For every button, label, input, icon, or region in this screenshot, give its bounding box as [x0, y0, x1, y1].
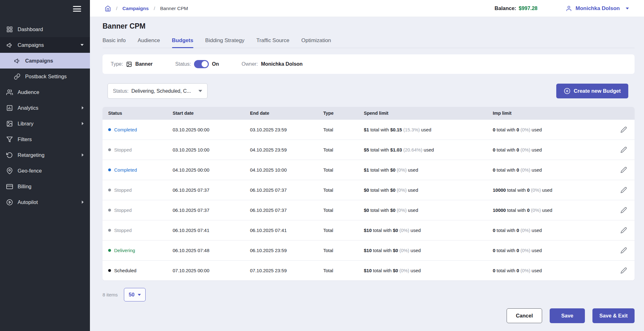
start-date-cell: 03.10.2025 10:00: [173, 147, 250, 152]
edit-budget-icon[interactable]: [619, 145, 628, 154]
tab-optimization[interactable]: Optimization: [301, 37, 331, 48]
status-dot-icon: [108, 148, 111, 151]
status-label[interactable]: Stopped: [114, 187, 132, 193]
status-cell: Stopped: [108, 207, 173, 213]
edit-budget-icon[interactable]: [619, 226, 628, 235]
status-label[interactable]: Scheduled: [114, 268, 136, 273]
imp-limit-cell: 0total with0(0%)used: [493, 127, 613, 132]
sidebar-item-filters[interactable]: Filters: [0, 131, 90, 147]
sidebar-item-library[interactable]: Library: [0, 116, 90, 131]
map-pin-icon: [6, 168, 13, 174]
chevron-right-icon: [82, 153, 84, 157]
type-cell: Total: [323, 147, 364, 152]
home-icon[interactable]: [105, 5, 111, 12]
create-new-budget-label: Create new Budget: [574, 88, 621, 94]
sidebar-item-analytics[interactable]: Analytics: [0, 100, 90, 116]
plus-circle-icon: [564, 88, 570, 94]
create-new-budget-button[interactable]: Create new Budget: [556, 84, 628, 98]
sidebar-header: [0, 0, 90, 18]
balance-label: Balance:: [495, 5, 516, 11]
sidebar-label: Campaigns: [25, 58, 53, 64]
type-cell: Total: [323, 187, 364, 193]
start-date-cell: 03.10.2025 00:00: [173, 127, 250, 132]
end-date-cell: 04.10.2025 23:59: [250, 147, 323, 152]
status-label[interactable]: Stopped: [114, 207, 132, 213]
tab-budgets[interactable]: Budgets: [172, 37, 193, 48]
tab-basic-info[interactable]: Basic info: [103, 37, 126, 48]
chevron-down-icon: [138, 294, 141, 296]
sidebar-item-billing[interactable]: Billing: [0, 179, 90, 194]
link-icon: [14, 73, 20, 80]
tab-traffic-source[interactable]: Traffic Source: [256, 37, 289, 48]
sidebar-item-geo-fence[interactable]: Geo-fence: [0, 163, 90, 179]
edit-budget-icon[interactable]: [619, 125, 628, 134]
items-count: 8 items: [103, 292, 118, 297]
status-dot-icon: [108, 229, 111, 232]
filter-row: Status: Delivering, Scheduled, C... Crea…: [103, 83, 635, 99]
sidebar-label: Autopilot: [18, 199, 38, 205]
save-and-exit-button[interactable]: Save & Exit: [592, 308, 635, 323]
edit-budget-icon[interactable]: [619, 246, 628, 255]
status-label[interactable]: Stopped: [114, 228, 132, 233]
type-cell: Total: [323, 127, 364, 132]
campaign-owner: Owner: Monichka Dolson: [242, 61, 303, 67]
status-label[interactable]: Delivering: [114, 248, 135, 253]
page-size-select[interactable]: 50: [124, 288, 145, 301]
chevron-right-icon: [82, 201, 84, 204]
edit-budget-icon[interactable]: [619, 185, 628, 195]
users-icon: [6, 89, 13, 96]
sidebar-item-dashboard[interactable]: Dashboard: [0, 21, 90, 37]
end-date-cell: 07.10.2025 23:59: [250, 268, 323, 273]
status-label[interactable]: Completed: [114, 127, 137, 132]
chevron-right-icon: [82, 106, 84, 109]
imp-limit-cell: 0total with0(0%)used: [493, 268, 613, 273]
main-area: / Campaigns / Banner CPM Balance: $997.2…: [90, 0, 644, 331]
start-date-cell: 06.10.2025 07:41: [173, 228, 250, 233]
tab-bidding-strategy[interactable]: Bidding Strategy: [205, 37, 245, 48]
cancel-button[interactable]: Cancel: [507, 308, 542, 323]
type-cell: Total: [323, 167, 364, 173]
table-row: Delivering 06.10.2025 07:48 06.10.2025 2…: [103, 240, 635, 260]
spend-limit-cell: $0total with$0(0%)used: [364, 207, 493, 213]
sidebar-item-campaigns[interactable]: Campaigns: [0, 53, 90, 69]
user-name: Monichka Dolson: [575, 5, 620, 12]
status-filter-select[interactable]: Status: Delivering, Scheduled, C...: [108, 83, 208, 99]
edit-budget-icon[interactable]: [619, 266, 628, 275]
banner-icon: [126, 61, 132, 67]
start-date-cell: 04.10.2025 00:00: [173, 167, 250, 173]
sidebar-item-postback-settings[interactable]: Postback Settings: [0, 69, 90, 84]
sidebar-label: Geo-fence: [18, 168, 42, 174]
status-dot-icon: [108, 209, 111, 212]
status-dot-icon: [108, 249, 111, 252]
user-icon: [566, 5, 572, 12]
campaign-info-card: Type: Banner Status: On Owner: Monichka …: [103, 54, 635, 74]
sidebar-label: Library: [18, 121, 33, 127]
credit-card-icon: [6, 183, 13, 190]
edit-budget-icon[interactable]: [619, 206, 628, 215]
type-cell: Total: [323, 207, 364, 213]
sidebar-item-campaigns-parent[interactable]: Campaigns: [0, 37, 90, 53]
filter-label: Status:: [113, 88, 129, 94]
spend-limit-cell: $5total with$1.03(20.64%)used: [364, 147, 493, 152]
tab-audience[interactable]: Audience: [138, 37, 160, 48]
sidebar-item-autopilot[interactable]: Autopilot: [0, 194, 90, 210]
user-menu[interactable]: Monichka Dolson: [566, 5, 629, 12]
status-cell: Stopped: [108, 187, 173, 193]
status-toggle[interactable]: [194, 60, 209, 68]
page-title: Banner CPM: [103, 22, 635, 30]
header-spend-limit: Spend limit: [364, 111, 493, 116]
hamburger-menu-icon[interactable]: [73, 5, 81, 13]
budgets-table: Status Start date End date Type Spend li…: [103, 107, 635, 280]
sidebar-label: Dashboard: [18, 26, 43, 32]
type-label: Type:: [111, 61, 123, 67]
breadcrumb-campaigns-link[interactable]: Campaigns: [122, 6, 149, 11]
sidebar-item-audience[interactable]: Audience: [0, 84, 90, 100]
sidebar-item-retargeting[interactable]: Retargeting: [0, 147, 90, 163]
end-date-cell: 06.10.2025 07:37: [250, 187, 323, 193]
status-label[interactable]: Stopped: [114, 147, 132, 152]
edit-budget-icon[interactable]: [619, 165, 628, 174]
status-label[interactable]: Completed: [114, 167, 137, 173]
save-button[interactable]: Save: [550, 308, 585, 323]
imp-limit-cell: 0total with0(0%)used: [493, 228, 613, 233]
owner-label: Owner:: [242, 61, 258, 67]
